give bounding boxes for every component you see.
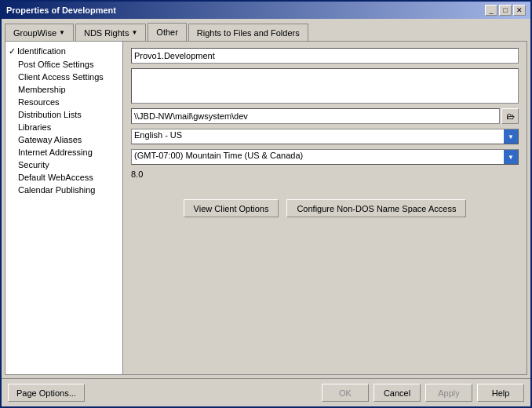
folder-icon: 🗁 [506, 111, 515, 121]
page-options-button[interactable]: Page Options... [8, 384, 85, 402]
field5-value: (GMT-07:00) Mountain Time (US & Canada) [132, 150, 504, 164]
tab-other[interactable]: Other [148, 23, 187, 41]
help-button[interactable]: Help [477, 384, 524, 402]
field4-value: English - US [132, 129, 504, 144]
tab-nds-rights[interactable]: NDS Rights ▼ [75, 24, 146, 41]
tab-nds-arrow: ▼ [131, 29, 137, 36]
tab-groupwise[interactable]: GroupWise ▼ [5, 24, 74, 41]
bottom-bar: Page Options... OK Cancel Apply Help [2, 378, 530, 406]
main-content: 🗁 English - US ▼ (GMT-07:00) Mountain Ti… [123, 42, 527, 374]
field5-select[interactable]: (GMT-07:00) Mountain Time (US & Canada) … [131, 149, 519, 165]
sidebar-item-libraries[interactable]: Libraries [5, 121, 122, 133]
field1-row [131, 48, 519, 64]
main-panel: ✓Identification Post Office Settings Cli… [5, 41, 527, 375]
sidebar-item-resources[interactable]: Resources [5, 96, 122, 108]
cancel-button[interactable]: Cancel [373, 384, 421, 402]
tab-groupwise-arrow: ▼ [59, 29, 65, 36]
field2-textarea[interactable] [131, 68, 519, 104]
folder-button[interactable]: 🗁 [501, 108, 519, 124]
view-client-button[interactable]: View Client Options [184, 199, 279, 217]
ok-button[interactable]: OK [322, 384, 369, 402]
tab-other-label: Other [156, 27, 178, 37]
title-bar: Properties of Development _ □ ✕ [2, 2, 530, 19]
window-title: Properties of Development [6, 5, 116, 15]
sidebar-item-distribution[interactable]: Distribution Lists [5, 108, 122, 121]
field3-input[interactable] [131, 108, 500, 124]
panel-body: ✓Identification Post Office Settings Cli… [5, 42, 527, 374]
sidebar-item-post-office[interactable]: Post Office Settings [5, 58, 122, 71]
tab-rights-label: Rights to Files and Folders [197, 28, 300, 38]
tab-bar: GroupWise ▼ NDS Rights ▼ Other Rights to… [5, 22, 527, 41]
configure-button[interactable]: Configure Non-DOS Name Space Access [286, 199, 466, 217]
field1-input[interactable] [131, 48, 519, 64]
field3-row: 🗁 [131, 108, 519, 124]
field4-row: English - US ▼ [131, 129, 519, 144]
maximize-button[interactable]: □ [499, 5, 512, 16]
apply-button[interactable]: Apply [425, 384, 472, 402]
main-window: Properties of Development _ □ ✕ GroupWis… [0, 0, 532, 408]
field5-arrow: ▼ [504, 150, 518, 164]
sidebar-item-webaccess[interactable]: Default WebAccess [5, 171, 122, 184]
version-value: 8.0 [131, 169, 143, 179]
sidebar: ✓Identification Post Office Settings Cli… [5, 42, 123, 374]
version-row: 8.0 [131, 169, 519, 179]
sidebar-item-identification[interactable]: ✓Identification [5, 45, 122, 58]
minimize-button[interactable]: _ [485, 5, 497, 16]
sidebar-item-gateway[interactable]: Gateway Aliases [5, 133, 122, 146]
bottom-right-buttons: OK Cancel Apply Help [322, 384, 524, 402]
tab-rights-files[interactable]: Rights to Files and Folders [188, 24, 308, 41]
field3-group: 🗁 [131, 108, 519, 124]
field5-row: (GMT-07:00) Mountain Time (US & Canada) … [131, 149, 519, 165]
tab-nds-label: NDS Rights [84, 28, 129, 38]
sidebar-item-membership[interactable]: Membership [5, 83, 122, 96]
tab-groupwise-label: GroupWise [13, 28, 56, 38]
field2-row [131, 68, 519, 104]
close-button[interactable]: ✕ [513, 5, 526, 16]
content-area: GroupWise ▼ NDS Rights ▼ Other Rights to… [2, 19, 530, 378]
sidebar-item-security[interactable]: Security [5, 158, 122, 171]
action-buttons: View Client Options Configure Non-DOS Na… [131, 199, 519, 217]
check-icon: ✓ [9, 46, 16, 56]
sidebar-item-calendar[interactable]: Calendar Publishing [5, 184, 122, 196]
field4-arrow: ▼ [504, 129, 518, 144]
field4-select[interactable]: English - US ▼ [131, 129, 519, 144]
sidebar-item-client-access[interactable]: Client Access Settings [5, 71, 122, 83]
sidebar-item-internet[interactable]: Internet Addressing [5, 146, 122, 158]
title-bar-buttons: _ □ ✕ [485, 5, 526, 16]
